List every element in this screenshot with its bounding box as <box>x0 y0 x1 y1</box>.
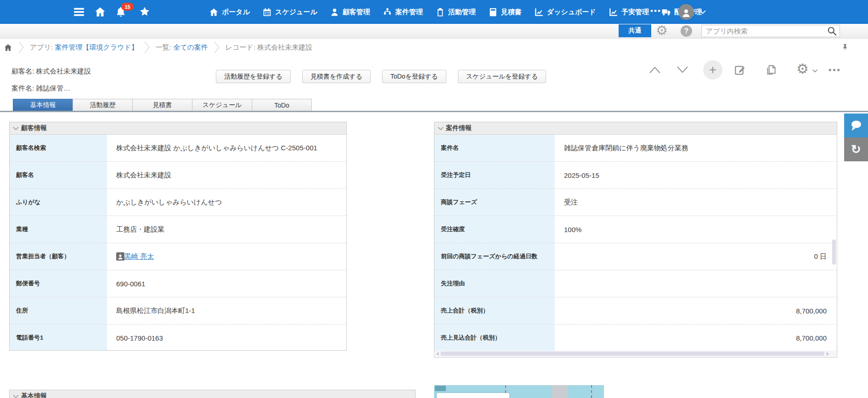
field-label: 売上合計（税別） <box>434 297 555 324</box>
breadcrumb-list-link[interactable]: 全ての案件 <box>173 43 208 51</box>
field-value: 690-0061 <box>107 270 346 297</box>
user-link[interactable]: 黒崎 亮太 <box>124 252 154 261</box>
register-activity-button[interactable]: 活動履歴を登録する <box>216 70 291 83</box>
case-info-panel: 案件情報 案件名雑誌保管倉庫閉鎖に伴う廃棄物処分業務受注予定日2025-05-1… <box>434 122 837 358</box>
tab-basic-info[interactable]: 基本情報 <box>13 99 73 111</box>
nav-item-schedule[interactable]: スケジュール <box>262 7 317 17</box>
nav-item-customers[interactable]: 顧客管理 <box>330 7 370 17</box>
pin-icon[interactable] <box>841 43 849 52</box>
user-menu-caret-icon[interactable] <box>699 9 706 15</box>
previous-record-button[interactable] <box>649 66 661 74</box>
field-value: 黒崎 亮太 <box>107 243 346 270</box>
copy-record-icon[interactable] <box>765 63 777 76</box>
case-panel-header[interactable]: 案件情報 <box>434 122 837 135</box>
star-icon[interactable] <box>139 6 151 17</box>
register-todo-button[interactable]: ToDoを登録する <box>382 70 446 83</box>
truck-icon <box>661 7 671 17</box>
clipboard-icon <box>435 7 445 17</box>
field-row: 売上合計（税別）8,700,000 <box>434 297 837 324</box>
customer-panel-header[interactable]: 顧客情報 <box>10 122 346 135</box>
breadcrumb-app: アプリ: 案件管理【環境クラウド】 <box>30 43 138 52</box>
field-value <box>555 270 837 297</box>
panel-title: 基本情報 <box>21 392 47 398</box>
field-label: 顧客名 <box>10 162 107 188</box>
horizontal-scrollbar-thumb[interactable] <box>440 352 824 356</box>
record-settings-caret-icon[interactable] <box>812 68 818 73</box>
nav-item-cases[interactable]: 案件管理 <box>383 7 423 17</box>
tab-underline <box>0 111 868 112</box>
field-row: 商談フェーズ受注 <box>434 189 837 216</box>
nav-overflow-button[interactable]: ••• <box>650 6 661 16</box>
nav-item-activities[interactable]: 活動管理 <box>435 7 476 17</box>
field-row: 案件名雑誌保管倉庫閉鎖に伴う廃棄物処分業務 <box>434 135 837 162</box>
collapse-chevron-icon[interactable] <box>438 126 444 131</box>
chart-icon <box>609 7 618 17</box>
person-icon <box>117 254 124 260</box>
home-icon[interactable] <box>94 6 106 18</box>
field-label: 失注理由 <box>434 270 555 297</box>
user-avatar[interactable] <box>678 4 694 20</box>
more-actions-button[interactable]: ••• <box>829 65 841 75</box>
field-label: 売上見込合計（税別） <box>434 324 555 351</box>
field-label: 顧客名検索 <box>10 135 107 161</box>
next-record-button[interactable] <box>676 66 688 74</box>
register-schedule-button[interactable]: スケジュールを登録する <box>458 70 547 83</box>
nav-item-quotes[interactable]: 見積書 <box>488 7 522 17</box>
calculator-icon <box>488 7 498 17</box>
record-settings-gear-icon[interactable]: ⚙ <box>796 60 809 78</box>
field-row: 電話番号1050-1790-0163 <box>10 324 346 351</box>
vertical-scrollbar-thumb[interactable] <box>832 239 836 265</box>
horizontal-scrollbar[interactable] <box>435 351 836 357</box>
map-road <box>552 385 568 398</box>
tab-quote[interactable]: 見積書 <box>132 99 192 111</box>
field-row: 住所島根県松江市白潟本町1-1 <box>10 297 346 324</box>
breadcrumb-list-prefix: 一覧: <box>156 43 171 51</box>
scroll-right-arrow-icon[interactable] <box>827 352 829 356</box>
edit-record-icon[interactable] <box>734 64 746 76</box>
history-button[interactable]: ↻ <box>844 137 868 161</box>
basic-info-panel-header[interactable]: 基本情報 <box>10 390 415 398</box>
field-value: 100% <box>555 216 837 243</box>
collapse-chevron-icon[interactable] <box>13 126 19 131</box>
map-fragment[interactable] <box>434 385 604 398</box>
scroll-left-arrow-icon[interactable] <box>436 352 439 356</box>
nav-item-forecast[interactable]: 予実管理 <box>609 7 649 17</box>
field-value: 8,700,000 <box>555 297 837 324</box>
settings-gear-icon[interactable]: ⚙ <box>656 22 668 39</box>
add-record-button[interactable]: + <box>703 60 722 80</box>
breadcrumb: アプリ: 案件管理【環境クラウド】 一覧: 全ての案件 レコード: 株式会社未来… <box>0 39 868 56</box>
help-icon[interactable]: ? <box>681 25 692 37</box>
customer-info-panel: 顧客情報 顧客名検索株式会社未来建設 かぶしきがいしゃみらいけんせつ C-250… <box>9 122 347 351</box>
tab-activity-history[interactable]: 活動履歴 <box>73 99 133 111</box>
create-quote-button[interactable]: 見積書を作成する <box>302 70 371 83</box>
record-action-buttons: 活動履歴を登録する見積書を作成するToDoを登録するスケジュールを登録する <box>216 70 546 83</box>
field-row: 受注確度100% <box>434 216 837 243</box>
search-icon[interactable] <box>827 26 837 36</box>
breadcrumb-separator-icon <box>144 41 150 54</box>
nav-item-dashboard[interactable]: ダッシュボード <box>534 7 596 17</box>
field-row: 顧客名検索株式会社未来建設 かぶしきがいしゃみらいけんせつ C-2505-001 <box>10 135 346 162</box>
breadcrumb-home-icon[interactable] <box>4 43 12 52</box>
nav-item-portal[interactable]: ポータル <box>209 7 250 17</box>
collapse-chevron-icon[interactable] <box>13 394 19 398</box>
nav-item-label: 案件管理 <box>395 8 423 17</box>
sitemap-icon <box>383 7 392 17</box>
panel-title: 案件情報 <box>446 124 472 132</box>
user-badge-icon <box>116 252 124 261</box>
calendar-icon <box>262 7 272 17</box>
breadcrumb-app-link[interactable]: 案件管理【環境クラウド】 <box>55 43 138 51</box>
avatar-person-icon <box>681 7 692 18</box>
tab-schedule[interactable]: スケジュール <box>192 99 252 111</box>
tab-todo[interactable]: ToDo <box>252 99 312 111</box>
field-row: ふりがなかぶしきがいしゃみらいけんせつ <box>10 189 346 216</box>
breadcrumb-record: レコード: 株式会社未来建設 <box>225 43 312 52</box>
hamburger-icon[interactable] <box>73 6 85 18</box>
breadcrumb-app-prefix: アプリ: <box>30 43 53 51</box>
common-space-button[interactable]: 共通 <box>619 24 651 37</box>
nav-item-label: ポータル <box>222 8 250 17</box>
field-row: 郵便番号690-0061 <box>10 270 346 297</box>
chat-button[interactable] <box>844 114 868 137</box>
breadcrumb-separator-icon <box>214 41 220 54</box>
search-input[interactable] <box>701 25 840 37</box>
field-value: 0 日 <box>555 243 837 270</box>
